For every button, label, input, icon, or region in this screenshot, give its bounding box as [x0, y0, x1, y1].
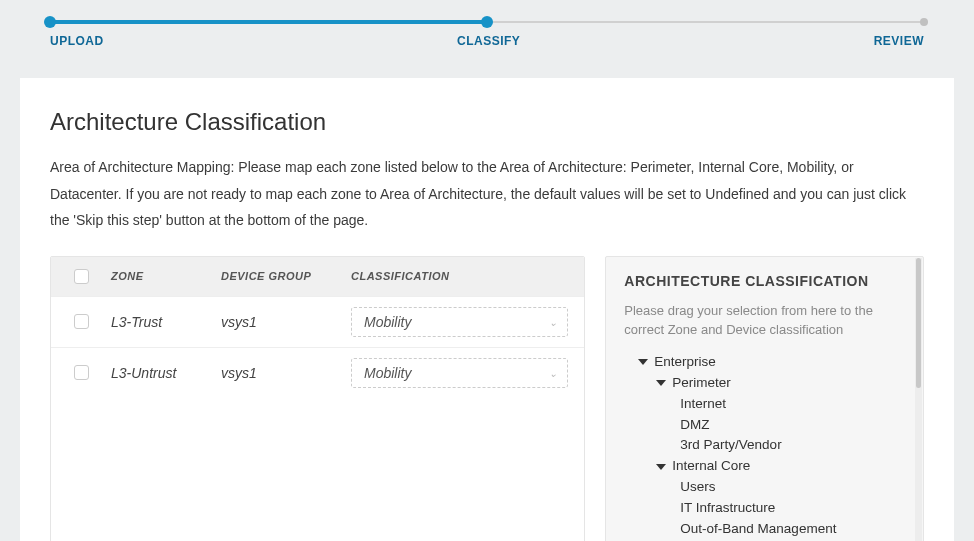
classification-panel: ARCHITECTURE CLASSIFICATION Please drag …	[605, 256, 924, 541]
stepper-labels: UPLOAD CLASSIFY REVIEW	[50, 34, 924, 48]
table-row: L3-Trust vsys1 Mobility ⌄	[51, 296, 584, 347]
tree-leaf-dmz[interactable]: DMZ	[624, 415, 905, 436]
cell-zone: L3-Trust	[111, 314, 221, 330]
tree-node-internal-core[interactable]: Internal Core	[624, 456, 905, 477]
classification-dropdown[interactable]: Mobility ⌄	[351, 358, 568, 388]
step-label-review[interactable]: REVIEW	[874, 34, 924, 48]
stepper-track	[50, 20, 924, 24]
zone-table: ZONE DEVICE GROUP CLASSIFICATION L3-Trus…	[50, 256, 585, 541]
caret-down-icon	[656, 464, 666, 470]
dropdown-value: Mobility	[364, 314, 411, 330]
classification-dropdown[interactable]: Mobility ⌄	[351, 307, 568, 337]
step-dot-review[interactable]	[920, 18, 928, 26]
tree-leaf-3rd-party[interactable]: 3rd Party/Vendor	[624, 435, 905, 456]
row-checkbox[interactable]	[74, 365, 89, 380]
classification-tree: Enterprise Perimeter Internet DMZ 3rd Pa…	[624, 352, 905, 541]
tree-leaf-it-infra[interactable]: IT Infrastructure	[624, 498, 905, 519]
table-header-row: ZONE DEVICE GROUP CLASSIFICATION	[51, 257, 584, 296]
track-fill	[50, 20, 487, 24]
th-classification: CLASSIFICATION	[351, 270, 584, 282]
step-label-classify[interactable]: CLASSIFY	[104, 34, 874, 48]
content-row: ZONE DEVICE GROUP CLASSIFICATION L3-Trus…	[50, 256, 924, 541]
main-card: Architecture Classification Area of Arch…	[20, 78, 954, 541]
page-title: Architecture Classification	[50, 108, 924, 136]
dropdown-value: Mobility	[364, 365, 411, 381]
tree-node-enterprise[interactable]: Enterprise	[624, 352, 905, 373]
panel-title: ARCHITECTURE CLASSIFICATION	[624, 273, 905, 289]
th-device-group: DEVICE GROUP	[221, 270, 351, 282]
stepper: UPLOAD CLASSIFY REVIEW	[0, 0, 974, 58]
step-dot-upload[interactable]	[44, 16, 56, 28]
chevron-down-icon: ⌄	[549, 367, 557, 378]
tree-node-perimeter[interactable]: Perimeter	[624, 373, 905, 394]
th-zone: ZONE	[111, 270, 221, 282]
cell-zone: L3-Untrust	[111, 365, 221, 381]
tree-leaf-users[interactable]: Users	[624, 477, 905, 498]
tree-leaf-internet[interactable]: Internet	[624, 394, 905, 415]
tree-label: Internal Core	[672, 456, 750, 477]
tree-leaf-oob-mgmt[interactable]: Out-of-Band Management	[624, 519, 905, 540]
select-all-checkbox[interactable]	[74, 269, 89, 284]
scrollbar[interactable]	[915, 258, 922, 541]
step-label-upload[interactable]: UPLOAD	[50, 34, 104, 48]
tree-label: Perimeter	[672, 373, 731, 394]
chevron-down-icon: ⌄	[549, 316, 557, 327]
step-dot-classify[interactable]	[481, 16, 493, 28]
caret-down-icon	[656, 380, 666, 386]
page-description: Area of Architecture Mapping: Please map…	[50, 154, 924, 234]
panel-hint: Please drag your selection from here to …	[624, 301, 905, 340]
table-row: L3-Untrust vsys1 Mobility ⌄	[51, 347, 584, 398]
caret-down-icon	[638, 359, 648, 365]
cell-device-group: vsys1	[221, 314, 351, 330]
tree-label: Enterprise	[654, 352, 716, 373]
cell-device-group: vsys1	[221, 365, 351, 381]
row-checkbox[interactable]	[74, 314, 89, 329]
